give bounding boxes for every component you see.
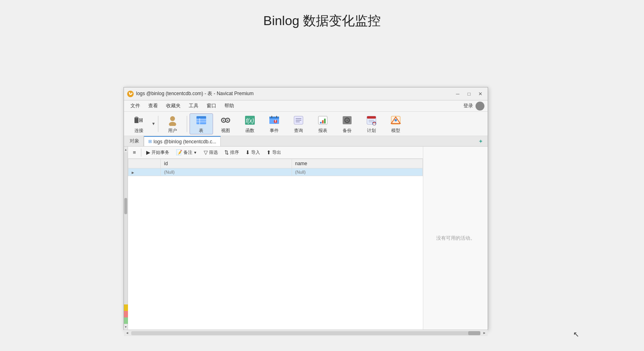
start-transaction-label: 开始事务 (151, 149, 169, 155)
page-title: Binlog 数据变化监控 (0, 0, 644, 42)
export-icon: ⬆ (267, 149, 271, 155)
toolbar-connect-label: 连接 (134, 128, 143, 134)
func-icon: f(x) (243, 114, 256, 127)
svg-rect-32 (324, 119, 326, 123)
toolbar-menu-btn[interactable]: ≡ (130, 149, 139, 156)
sidebar-tab-pink (124, 311, 128, 317)
event-icon (268, 114, 281, 127)
minimize-button[interactable]: ─ (454, 90, 462, 98)
import-btn[interactable]: ⬇ 导入 (243, 149, 262, 156)
tab-objects[interactable]: 对象 (126, 136, 144, 146)
window-title: logs @binlog (tencentcdb.com) - 表 - Navi… (136, 90, 254, 97)
sort-btn[interactable]: ⇅ 排序 (222, 149, 241, 156)
svg-point-5 (170, 116, 175, 121)
svg-point-14 (223, 120, 224, 121)
menu-favorites[interactable]: 收藏夹 (163, 102, 184, 110)
avatar (476, 102, 484, 111)
main-area: ≡ ▶ 开始事务 📝 备注 ▼ ▽ 筛选 ⇅ 排序 (128, 147, 423, 330)
toolbar: 连接 ▼ 用户 (124, 112, 488, 136)
h-scroll-track[interactable] (131, 331, 480, 335)
filter-icon: ▽ (204, 149, 208, 155)
svg-rect-21 (276, 116, 277, 118)
svg-rect-1 (135, 117, 138, 118)
title-bar-left: 🐿 logs @binlog (tencentcdb.com) - 表 - Na… (127, 90, 254, 97)
scroll-thumb (124, 198, 127, 214)
svg-point-45 (395, 119, 397, 121)
toolbar-table[interactable]: 表 (190, 113, 213, 134)
mouse-cursor: ↖ (573, 330, 579, 339)
toolbar-query[interactable]: 查询 (287, 113, 310, 134)
right-panel: 没有可用的活动。 (423, 147, 488, 330)
table-header-name[interactable]: name (292, 159, 423, 168)
login-area: 登录 (463, 102, 484, 111)
toolbar-event[interactable]: 事件 (262, 113, 286, 134)
tab-logs-active[interactable]: ⊞ logs @binlog (tencentcdb.c... (144, 136, 221, 146)
scroll-right-btn[interactable]: ► (481, 330, 488, 336)
svg-rect-23 (275, 120, 276, 121)
export-label: 导出 (272, 149, 281, 155)
svg-rect-3 (141, 118, 143, 122)
tab-action-btn[interactable]: ✦ (476, 136, 486, 146)
toolbar-plan-label: 计划 (367, 128, 376, 134)
table-container: id name ▶ (Null) (Null) (128, 159, 423, 330)
toolbar-user[interactable]: 用户 (161, 113, 184, 134)
toolbar-event-label: 事件 (270, 128, 279, 134)
query-icon (292, 114, 305, 127)
scroll-up-btn[interactable]: ▲ (124, 147, 128, 152)
menu-tools[interactable]: 工具 (186, 102, 202, 110)
import-icon: ⬇ (245, 149, 250, 155)
toolbar-backup[interactable]: 备份 (335, 113, 359, 134)
toolbar-backup-label: 备份 (343, 128, 352, 134)
menu-help[interactable]: 帮助 (221, 102, 237, 110)
toolbar-query-label: 查询 (294, 128, 303, 134)
app-icon: 🐿 (127, 91, 134, 97)
filter-btn[interactable]: ▽ 筛选 (201, 149, 220, 156)
connect-dropdown-arrow[interactable]: ▼ (151, 121, 156, 126)
toolbar-model[interactable]: 模型 (384, 113, 407, 134)
toolbar-func[interactable]: f(x) 函数 (238, 113, 262, 134)
svg-point-15 (227, 120, 228, 121)
toolbar-view[interactable]: 视图 (214, 113, 237, 134)
toolbar-report[interactable]: 报表 (311, 113, 335, 134)
svg-rect-38 (367, 116, 376, 119)
svg-rect-19 (269, 117, 279, 119)
cell-id[interactable]: (Null) (161, 168, 292, 176)
close-button[interactable]: ✕ (476, 90, 484, 98)
sort-icon: ⇅ (224, 149, 229, 155)
toolbar-func-label: 函数 (245, 128, 254, 134)
toolbar-plan[interactable]: ⏰ 计划 (360, 113, 383, 134)
start-transaction-btn[interactable]: ▶ 开始事务 (144, 149, 172, 156)
table-header-id[interactable]: id (161, 159, 292, 168)
login-label[interactable]: 登录 (463, 102, 473, 109)
title-bar: 🐿 logs @binlog (tencentcdb.com) - 表 - Na… (124, 87, 488, 100)
table-row[interactable]: ▶ (Null) (Null) (128, 168, 423, 176)
scroll-down-btn[interactable]: ▼ (124, 324, 128, 330)
toolbar-report-label: 报表 (318, 128, 327, 134)
transaction-icon: ▶ (146, 149, 150, 155)
svg-rect-0 (134, 117, 139, 123)
menu-file[interactable]: 文件 (127, 102, 143, 110)
backup-icon (341, 114, 354, 127)
sort-label: 排序 (230, 149, 239, 155)
svg-rect-30 (320, 122, 322, 123)
toolbar-connect[interactable]: 连接 (127, 113, 151, 134)
bottom-scroll-area: ◄ ► (124, 330, 488, 336)
table-toolbar: ≡ ▶ 开始事务 📝 备注 ▼ ▽ 筛选 ⇅ 排序 (128, 147, 423, 159)
svg-rect-8 (196, 116, 206, 118)
toolbar-sep-2 (187, 116, 187, 132)
svg-rect-20 (271, 116, 272, 118)
scroll-left-btn[interactable]: ◄ (124, 330, 130, 336)
export-btn[interactable]: ⬆ 导出 (264, 149, 284, 156)
maximize-button[interactable]: □ (465, 90, 473, 98)
cell-name[interactable]: (Null) (292, 168, 423, 176)
comment-btn[interactable]: 📝 备注 ▼ (173, 149, 200, 156)
model-icon (389, 114, 402, 127)
menu-view[interactable]: 查看 (145, 102, 161, 110)
svg-text:f(x): f(x) (246, 117, 254, 124)
table-header-expand (128, 159, 161, 168)
menu-window[interactable]: 窗口 (203, 102, 220, 110)
sidebar-tab-green (124, 317, 128, 324)
toolbar-user-label: 用户 (168, 128, 177, 134)
comment-dropdown[interactable]: ▼ (194, 151, 197, 155)
content-area: ▲ ▼ ≡ ▶ 开始事务 📝 (124, 147, 488, 330)
